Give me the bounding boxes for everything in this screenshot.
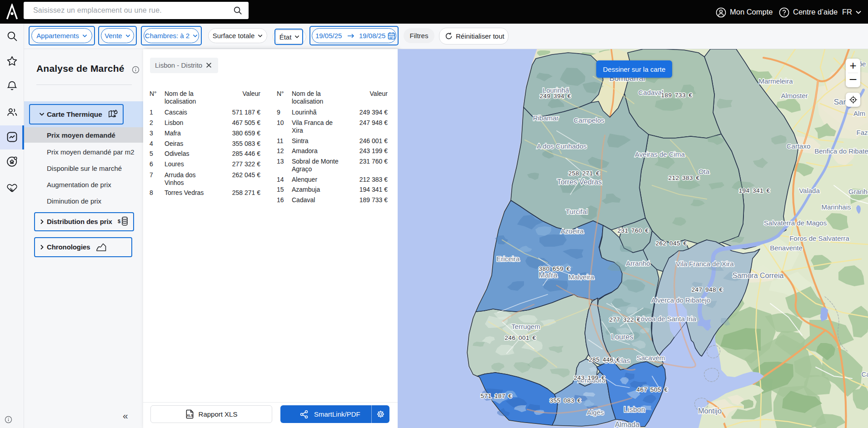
- svg-text:Marmeleira: Marmeleira: [758, 77, 793, 85]
- svg-text:Ribamar: Ribamar: [533, 114, 559, 122]
- svg-text:Foros de Salvaterra: Foros de Salvaterra: [789, 234, 849, 242]
- svg-text:XLS: XLS: [187, 414, 193, 418]
- svg-text:Cadaval: Cadaval: [638, 89, 663, 96]
- svg-text:$: $: [118, 219, 120, 224]
- svg-text:Valada: Valada: [799, 187, 820, 194]
- svg-text:Cartaxo: Cartaxo: [787, 142, 811, 150]
- svg-text:Granho: Granho: [848, 188, 868, 195]
- svg-text:Samora Correia: Samora Correia: [733, 272, 784, 279]
- svg-text:277 322 €: 277 322 €: [609, 316, 641, 323]
- svg-text:467 505 €: 467 505 €: [637, 386, 668, 393]
- svg-text:247 948 €: 247 948 €: [692, 286, 723, 293]
- svg-text:285 446 €: 285 446 €: [589, 356, 620, 363]
- svg-text:Alverca do Ribatejo: Alverca do Ribatejo: [651, 296, 710, 304]
- svg-text:Montijo: Montijo: [698, 407, 722, 415]
- svg-text:Faz: Faz: [856, 129, 868, 136]
- svg-text:Mafra: Mafra: [539, 271, 558, 279]
- svg-text:Marinhais: Marinhais: [821, 203, 851, 211]
- svg-text:355 083 €: 355 083 €: [550, 397, 581, 404]
- svg-text:Lisbon: Lisbon: [624, 406, 645, 413]
- svg-text:Vila Franca de Xira: Vila Franca de Xira: [676, 260, 734, 268]
- svg-text:Terrugem: Terrugem: [511, 323, 540, 330]
- svg-text:262 045 €: 262 045 €: [656, 240, 687, 247]
- svg-text:Malveira: Malveira: [569, 273, 594, 281]
- svg-text:Ca: Ca: [861, 370, 868, 378]
- svg-text:380 659 €: 380 659 €: [539, 265, 570, 272]
- svg-text:Benfica do Ribatej: Benfica do Ribatej: [814, 147, 868, 155]
- svg-text:246 001 €: 246 001 €: [505, 334, 536, 341]
- svg-text:Turcifal: Turcifal: [566, 208, 588, 215]
- svg-text:Ericeira: Ericeira: [497, 255, 520, 263]
- svg-text:Salvaterra de Magos: Salvaterra de Magos: [764, 219, 827, 227]
- svg-text:Torres Vedras: Torres Vedras: [557, 178, 602, 186]
- svg-text:571 187 €: 571 187 €: [481, 393, 512, 399]
- svg-text:194 341 €: 194 341 €: [739, 187, 770, 194]
- svg-text:Aveiras de Cima: Aveiras de Cima: [635, 150, 685, 158]
- svg-text:249 394 €: 249 394 €: [540, 93, 571, 100]
- svg-text:Loures: Loures: [611, 333, 634, 341]
- svg-text:Alm: Alm: [853, 109, 865, 117]
- svg-text:Arranhó: Arranhó: [626, 259, 650, 267]
- svg-text:Benavente: Benavente: [770, 244, 803, 252]
- svg-text:A dos Cunhados: A dos Cunhados: [537, 142, 587, 150]
- svg-text:Almada: Almada: [615, 421, 639, 428]
- svg-text:231 760 €: 231 760 €: [618, 227, 649, 234]
- svg-text:Póvoa de Santa Iria: Póvoa de Santa Iria: [636, 315, 696, 323]
- svg-text:Ota: Ota: [698, 168, 710, 175]
- svg-text:Campelos: Campelos: [574, 116, 604, 124]
- svg-text:212 383 €: 212 383 €: [668, 174, 700, 181]
- svg-text:Almoster: Almoster: [781, 92, 808, 100]
- svg-text:189 733 €: 189 733 €: [661, 92, 693, 99]
- svg-text:258 271 €: 258 271 €: [569, 170, 600, 177]
- svg-text:243 199 €: 243 199 €: [574, 374, 605, 381]
- svg-text:Sacavém: Sacavém: [637, 354, 665, 362]
- svg-text:Azueira: Azueira: [561, 227, 584, 235]
- svg-text:Algés: Algés: [587, 408, 604, 416]
